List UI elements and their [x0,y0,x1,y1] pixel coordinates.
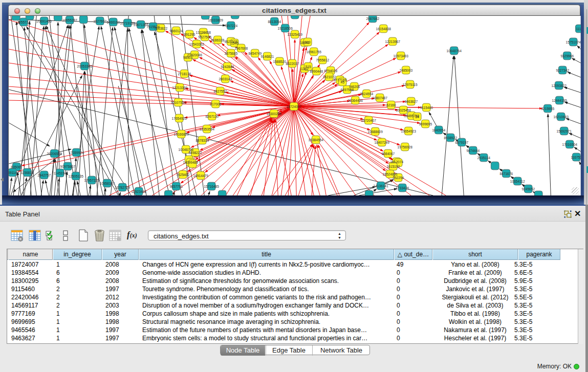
svg-text:45: 45 [341,80,345,84]
svg-text:16782759: 16782759 [115,186,130,189]
svg-text:891295: 891295 [184,33,195,36]
svg-text:9777169: 9777169 [333,78,346,82]
svg-text:9242848: 9242848 [221,65,234,69]
svg-text:18524851: 18524851 [383,172,398,176]
svg-text:8186328: 8186328 [211,38,224,42]
svg-text:10654112: 10654112 [510,180,525,183]
svg-text:39114: 39114 [9,171,17,174]
svg-text:7955812: 7955812 [316,58,329,62]
svg-text:1527602: 1527602 [93,19,106,23]
svg-text:1112: 1112 [576,27,581,31]
svg-text:17016504: 17016504 [562,143,578,146]
svg-text:3824554: 3824554 [360,92,373,96]
svg-text:2942757: 2942757 [37,173,51,177]
svg-text:7663822: 7663822 [154,27,167,30]
svg-text:6466160: 6466160 [106,20,120,24]
svg-text:9146821: 9146821 [260,55,274,58]
svg-text:10807487: 10807487 [373,96,388,100]
svg-text:10655287: 10655287 [62,18,78,22]
svg-text:2967608: 2967608 [234,47,248,50]
svg-text:17359924: 17359924 [69,151,84,155]
svg-text:12923448: 12923448 [132,190,147,193]
svg-text:9084067: 9084067 [381,152,395,156]
svg-text:6879197: 6879197 [455,141,468,144]
svg-text:9699695: 9699695 [419,122,432,126]
svg-text:8454749: 8454749 [248,52,262,55]
svg-text:217006: 217006 [210,102,221,106]
svg-text:20053346: 20053346 [77,64,93,68]
svg-text:19654923: 19654923 [401,129,417,133]
svg-text:14136141: 14136141 [374,184,389,188]
svg-text:19218506: 19218506 [278,27,293,30]
svg-text:746206: 746206 [349,85,360,89]
svg-text:9245652: 9245652 [521,187,535,191]
svg-text:12975115: 12975115 [403,83,418,86]
svg-text:8471676: 8471676 [499,172,513,176]
svg-text:10543362: 10543362 [189,42,205,46]
svg-text:252254: 252254 [393,176,404,180]
svg-text:15720407: 15720407 [361,119,377,122]
svg-text:16914479: 16914479 [193,174,209,178]
svg-text:10688609: 10688609 [368,130,383,134]
svg-text:12505135: 12505135 [69,174,84,178]
svg-text:17654925: 17654925 [172,117,187,120]
svg-text:5498222: 5498222 [188,151,202,155]
svg-text:15751074: 15751074 [566,40,581,44]
svg-text:13226058: 13226058 [196,31,211,34]
svg-text:12213369: 12213369 [172,86,188,90]
svg-text:1612074: 1612074 [390,160,403,164]
svg-text:10958107: 10958107 [100,182,115,185]
svg-text:8813054: 8813054 [268,20,281,24]
svg-text:9463627: 9463627 [404,100,418,103]
svg-text:515: 515 [306,65,311,69]
svg-text:1546: 1546 [231,41,238,45]
svg-text:20691406: 20691406 [37,19,52,23]
svg-text:17957225: 17957225 [84,179,100,182]
svg-text:8267130: 8267130 [205,115,219,118]
svg-text:3375685: 3375685 [224,52,237,55]
svg-text:13325419: 13325419 [288,33,303,36]
svg-text:18724007: 18724007 [287,105,302,108]
svg-text:8215955: 8215955 [541,107,554,111]
svg-text:8990448: 8990448 [310,70,323,73]
svg-text:18300295: 18300295 [267,112,282,116]
svg-text:7485003: 7485003 [399,69,412,72]
svg-text:8878334: 8878334 [195,139,209,142]
svg-text:835061: 835061 [11,165,22,169]
svg-text:12213967: 12213967 [385,40,401,43]
svg-text:9329966: 9329966 [560,54,574,58]
svg-text:1156819: 1156819 [21,171,34,174]
svg-text:15692971: 15692971 [557,129,572,133]
svg-text:6794028: 6794028 [324,69,337,73]
svg-text:12093822: 12093822 [552,84,567,87]
svg-text:7857224: 7857224 [224,24,237,28]
svg-text:98901: 98901 [183,56,193,59]
svg-text:2718176: 2718176 [178,72,191,76]
svg-text:19166829: 19166829 [174,133,189,136]
svg-text:62160: 62160 [386,103,396,107]
svg-text:116753: 116753 [571,156,581,159]
svg-text:9857791: 9857791 [169,185,183,188]
svg-text:2803144: 2803144 [219,77,232,81]
svg-text:1588520: 1588520 [273,60,286,63]
svg-text:16961755: 16961755 [307,50,322,54]
svg-text:1615192: 1615192 [386,165,400,168]
svg-text:15716485: 15716485 [204,185,220,188]
svg-text:1733426: 1733426 [396,186,409,190]
svg-text:9527505: 9527505 [198,35,211,39]
svg-text:16033809: 16033809 [208,18,224,22]
svg-text:7625402: 7625402 [176,173,189,177]
svg-text:9660124: 9660124 [169,29,183,33]
svg-text:14099489: 14099489 [183,161,199,164]
svg-text:10648764: 10648764 [447,49,462,53]
svg-text:1640954: 1640954 [432,128,445,132]
svg-text:19756928: 19756928 [398,145,413,149]
svg-text:10107554: 10107554 [171,101,186,104]
svg-text:1145194: 1145194 [54,171,67,175]
svg-text:9474444: 9474444 [466,149,480,152]
svg-text:910: 910 [305,40,311,44]
svg-text:90975867: 90975867 [60,165,76,168]
svg-text:10973493: 10973493 [394,54,409,58]
svg-text:8938922: 8938922 [444,136,457,140]
svg-text:12444195: 12444195 [552,99,568,102]
